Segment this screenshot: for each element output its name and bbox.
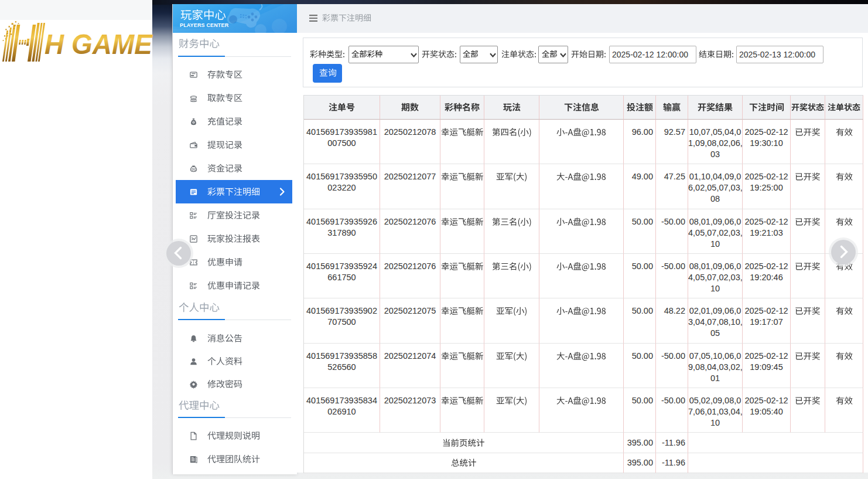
svg-text:H GAME: H GAME — [45, 29, 153, 60]
